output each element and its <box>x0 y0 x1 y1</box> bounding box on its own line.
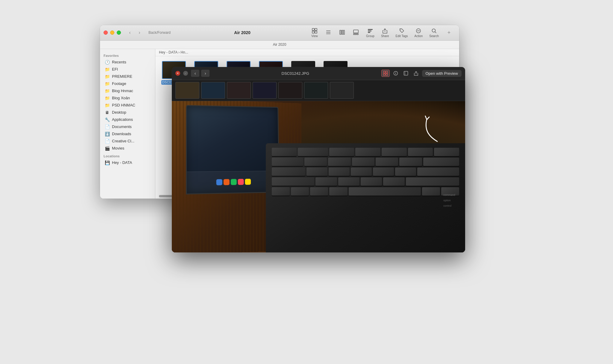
gallery-view-button[interactable] <box>349 28 362 37</box>
filmstrip-thumb-3[interactable] <box>227 82 251 99</box>
svg-point-21 <box>419 30 420 31</box>
desktop-icon: 🖥 <box>105 110 110 115</box>
view-label: View <box>311 34 318 38</box>
sidebar-item-creative-cloud[interactable]: 📄 Creative Cl... <box>101 138 154 145</box>
sidebar-item-blog-xoan[interactable]: 📁 Blog Xoăn <box>101 95 154 102</box>
ql-prev-button[interactable]: ‹ <box>191 70 199 77</box>
svg-rect-26 <box>383 74 385 75</box>
sidebar-item-label: Recents <box>112 60 126 64</box>
list-view-button[interactable] <box>322 28 335 37</box>
minimize-button[interactable] <box>110 31 114 35</box>
ql-grid-button[interactable] <box>381 70 390 77</box>
sidebar-item-label: Applications <box>112 117 133 122</box>
ql-ok-button[interactable]: ✓ <box>183 71 188 76</box>
svg-rect-2 <box>312 31 314 33</box>
filmstrip-thumb-4[interactable] <box>253 82 277 99</box>
forward-button[interactable]: › <box>135 30 144 36</box>
group-icon <box>367 28 373 34</box>
dock-icon <box>216 179 222 185</box>
ql-info-button[interactable] <box>392 70 400 77</box>
sidebar-item-psd-hnmac[interactable]: 📁 PSD HNMAC <box>101 102 154 109</box>
action-button[interactable]: Action <box>412 27 426 39</box>
sidebar-item-label: Desktop <box>112 110 126 115</box>
info-icon <box>393 71 398 76</box>
sidebar-item-label: Documents <box>112 124 132 129</box>
ql-open-with-preview-button[interactable]: Open with Preview <box>422 70 462 77</box>
search-label: Search <box>429 34 439 38</box>
sidebar-item-label: PREMIERE <box>112 74 132 79</box>
ql-expand-button[interactable] <box>402 70 410 77</box>
documents-icon: 📄 <box>105 124 110 129</box>
ql-next-button[interactable]: › <box>201 70 210 77</box>
sidebar-item-label: Footage <box>112 81 126 86</box>
sidebar-item-desktop[interactable]: 🖥 Desktop <box>101 109 154 116</box>
filmstrip-thumb-6[interactable] <box>304 82 328 99</box>
macbook-screen <box>186 105 280 195</box>
creative-icon: 📄 <box>105 139 110 144</box>
sidebar-item-downloads[interactable]: ⬇️ Downloads <box>101 130 154 138</box>
ql-right-buttons: Open with Preview <box>381 70 462 77</box>
gallery-icon <box>353 29 359 35</box>
window-title: Air 2020 <box>177 30 308 35</box>
close-button[interactable] <box>104 31 108 35</box>
tag-icon <box>399 28 405 34</box>
breadcrumb: Hey - DATA › Hn... <box>155 49 459 56</box>
folder-icon: 📁 <box>105 89 110 93</box>
view-button[interactable]: View <box>308 27 321 39</box>
finder-titlebar: ‹ › Back/Forward Air 2020 View <box>100 25 459 41</box>
share-icon <box>382 28 388 34</box>
back-button[interactable]: ‹ <box>126 30 134 36</box>
movies-icon: 🎬 <box>105 146 110 151</box>
sidebar-item-blog-hnmac[interactable]: 📁 Blog Hnmac <box>101 87 154 95</box>
sidebar-item-recents[interactable]: 🕐 Recents <box>101 59 154 66</box>
folder-icon: 📁 <box>105 74 110 79</box>
edit-tags-button[interactable]: Edit Tags <box>393 27 411 39</box>
keyboard-layout <box>272 148 459 248</box>
sidebar-item-label: PSD HNMAC <box>112 103 135 107</box>
nav-buttons: ‹ › <box>126 30 144 36</box>
traffic-lights <box>104 31 121 35</box>
sidebar-item-movies[interactable]: 🎬 Movies <box>101 145 154 152</box>
filmstrip-thumb-7[interactable] <box>330 82 354 99</box>
sidebar-item-premiere[interactable]: 📁 PREMIERE <box>101 73 154 80</box>
ql-share-button[interactable] <box>412 70 420 77</box>
svg-rect-25 <box>386 71 388 73</box>
applications-icon: 🔧 <box>105 117 110 122</box>
add-tab-button[interactable]: + <box>442 29 456 36</box>
breadcrumb-text: Hey - DATA › Hn... <box>159 50 188 54</box>
svg-rect-7 <box>340 30 341 34</box>
sidebar-item-label: Blog Hnmac <box>112 89 133 93</box>
toolbar: View <box>308 27 456 39</box>
sidebar-item-applications[interactable]: 🔧 Applications <box>101 116 154 123</box>
svg-rect-13 <box>357 33 358 35</box>
macbook-keyboard: command option control <box>266 143 465 252</box>
svg-rect-8 <box>342 30 343 34</box>
sidebar-item-efi[interactable]: 📁 EFI <box>101 66 154 73</box>
group-label: Group <box>366 34 374 38</box>
filmstrip-thumb-5[interactable] <box>278 82 302 99</box>
ql-stop-button[interactable]: ✕ <box>175 71 180 76</box>
column-view-button[interactable] <box>336 28 349 37</box>
search-button[interactable]: Search <box>426 27 442 39</box>
action-icon <box>415 28 421 34</box>
filmstrip-thumb-2[interactable] <box>201 82 225 99</box>
sidebar-item-footage[interactable]: 📁 Footage <box>101 80 154 87</box>
svg-rect-3 <box>315 31 317 33</box>
group-button[interactable]: Group <box>363 27 377 39</box>
filmstrip-thumb-1[interactable] <box>175 82 199 99</box>
sidebar-item-hey-data[interactable]: 💾 Hey - DATA <box>101 159 154 166</box>
search-icon <box>431 28 437 34</box>
locations-section-label: Locations <box>100 152 155 159</box>
folder-icon: 📁 <box>105 81 110 86</box>
sidebar-item-documents[interactable]: 📄 Documents <box>101 123 154 130</box>
svg-rect-9 <box>343 30 345 34</box>
maximize-button[interactable] <box>117 31 121 35</box>
view-icon <box>312 28 318 34</box>
svg-rect-10 <box>353 30 358 33</box>
favorites-section-label: Favorites <box>100 51 155 59</box>
dock-icon <box>231 179 237 185</box>
location-label: Air 2020 <box>273 42 286 47</box>
svg-rect-1 <box>315 28 317 31</box>
grid-icon <box>383 71 388 76</box>
share-button[interactable]: Share <box>378 27 392 39</box>
